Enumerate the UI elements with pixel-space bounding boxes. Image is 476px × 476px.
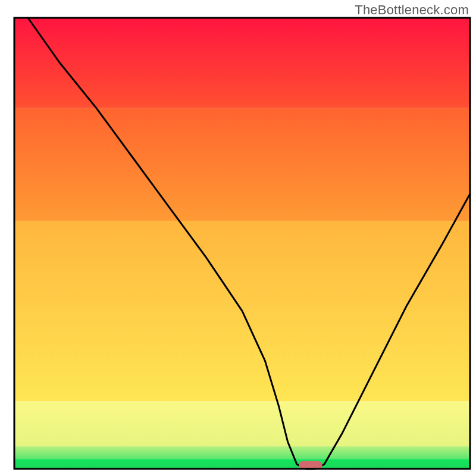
chart-frame: TheBottleneck.com (0, 0, 476, 476)
mint-band (14, 446, 470, 459)
red-band (14, 18, 470, 108)
orange-band (14, 108, 470, 221)
pale-band (14, 401, 470, 446)
bottleneck-chart (0, 0, 476, 476)
green-band (14, 459, 470, 469)
